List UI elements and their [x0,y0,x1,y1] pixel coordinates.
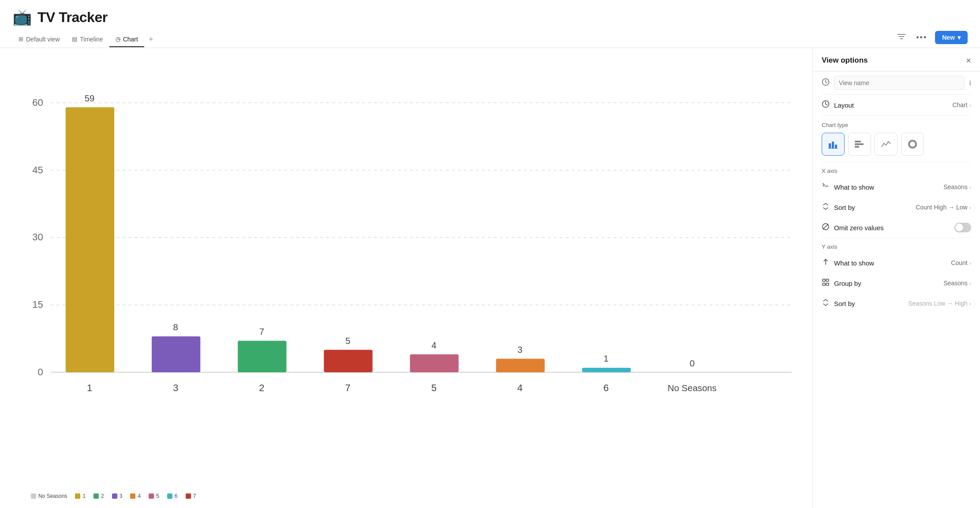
tab-chart-label: Chart [123,36,138,43]
bar-3[interactable] [152,336,200,372]
legend-label-7: 7 [193,493,196,499]
bar-1[interactable] [66,107,114,372]
y-group-by-chevron: › [969,280,971,287]
y-sort-by-row[interactable]: Sort by Seasons Low → High › [813,293,980,314]
svg-text:15: 15 [32,299,43,310]
chart-type-label: Chart type [813,116,980,133]
view-name-input[interactable] [834,76,965,90]
panel-title: View options [822,56,868,65]
legend-color-4 [130,493,135,499]
x-omit-zero-icon [822,223,830,232]
tab-timeline[interactable]: ▤ Timeline [66,32,109,47]
x-sort-by-icon [822,202,830,212]
legend-label-2: 2 [101,493,104,499]
svg-text:8: 8 [173,322,178,332]
svg-rect-47 [823,279,825,281]
chart-type-horizontal-bar[interactable] [848,133,871,156]
panel-header: View options × [813,48,980,71]
bar-6[interactable] [582,368,631,372]
view-options-panel: View options × ℹ [812,48,980,508]
svg-text:5: 5 [431,382,437,393]
svg-rect-36 [832,142,834,148]
x-what-to-show-icon [822,182,830,192]
bar-4[interactable] [496,359,545,373]
layout-row[interactable]: Layout Chart › [813,95,980,115]
legend-color-5 [149,493,154,499]
svg-text:30: 30 [32,232,43,243]
app-icon: 📺 [12,8,32,26]
svg-rect-49 [823,283,825,285]
y-group-by-row[interactable]: Group by Seasons › [813,273,980,293]
y-group-by-label: Group by [834,280,943,287]
legend-item-1: 1 [75,493,86,499]
tab-chart[interactable]: ◷ Chart [109,32,144,47]
new-button-arrow: ▾ [958,34,961,41]
svg-text:59: 59 [85,93,95,103]
svg-text:4: 4 [431,340,436,350]
tab-timeline-label: Timeline [80,36,103,43]
svg-text:1: 1 [87,382,92,393]
svg-text:2: 2 [259,382,264,393]
tab-default-label: Default view [26,36,60,43]
y-sort-by-chevron: › [969,300,971,307]
y-group-by-icon [822,278,830,288]
chart-type-selector [813,133,980,162]
bar-5[interactable] [410,354,458,372]
y-what-to-show-label: What to show [834,259,951,267]
y-what-to-show-value: Count [951,259,967,266]
svg-text:3: 3 [173,382,178,393]
legend-color-2 [94,493,99,499]
legend-color-7 [186,493,191,499]
more-options-button[interactable]: ••• [913,31,931,44]
y-axis-label: Y axis [813,238,980,253]
legend-color-6 [167,493,172,499]
legend-item-2: 2 [94,493,104,499]
chart-type-donut[interactable] [901,133,924,156]
tab-default-view[interactable]: ⊞ Default view [12,32,66,47]
svg-rect-50 [826,283,829,285]
view-name-row: ℹ [813,71,980,94]
x-what-to-show-label: What to show [834,183,943,191]
y-what-to-show-chevron: › [969,260,971,266]
main-content: 60 45 30 15 0 59 1 [0,48,980,508]
x-what-to-show-row[interactable]: What to show Seasons › [813,177,980,197]
y-sort-by-value: Seasons Low → High [908,300,968,307]
svg-text:45: 45 [32,164,43,176]
legend-item-6: 6 [167,493,178,499]
bar-2[interactable] [238,341,286,372]
x-axis-label: X axis [813,162,980,177]
svg-text:3: 3 [517,345,522,355]
legend-label-1: 1 [82,493,86,499]
app-header: 📺 TV Tracker [0,0,980,26]
legend-item-5: 5 [149,493,159,499]
chart-type-bar[interactable] [822,133,845,156]
legend-color-3 [112,493,117,499]
svg-text:7: 7 [259,327,264,336]
legend-label-4: 4 [138,493,141,499]
app-title: TV Tracker [37,9,108,26]
tab-timeline-icon: ▤ [72,36,77,42]
add-tab-button[interactable]: + [144,31,158,48]
info-icon[interactable]: ℹ [969,79,971,86]
omit-zero-toggle[interactable] [954,223,971,232]
filter-button[interactable] [895,32,908,43]
x-omit-zero-row[interactable]: Omit zero values [813,217,980,238]
layout-icon [822,100,830,110]
x-omit-zero-label: Omit zero values [834,224,954,232]
x-sort-by-row[interactable]: Sort by Count High → Low › [813,197,980,217]
toolbar-right: ••• New ▾ [895,31,968,48]
svg-rect-40 [855,143,864,145]
bar-7[interactable] [324,350,372,372]
y-what-to-show-row[interactable]: What to show Count › [813,253,980,273]
chart-type-line[interactable] [875,133,898,156]
chart-area: 60 45 30 15 0 59 1 [0,48,812,508]
svg-line-46 [823,224,828,229]
close-panel-button[interactable]: × [966,56,971,65]
y-sort-by-icon [822,299,830,308]
layout-value: Chart [952,101,967,108]
svg-text:6: 6 [603,382,609,393]
svg-line-34 [826,104,827,105]
chart-legend: No Seasons 1 2 3 4 [13,489,799,499]
new-button[interactable]: New ▾ [935,31,968,44]
layout-chevron-icon: › [969,102,971,108]
